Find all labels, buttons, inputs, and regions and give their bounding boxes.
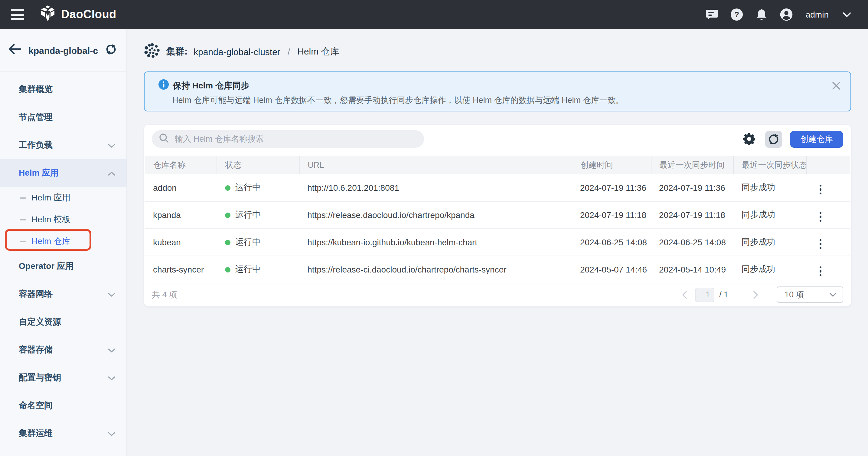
back-arrow-icon[interactable] bbox=[8, 44, 21, 56]
sidebar-divider bbox=[0, 72, 126, 72]
bell-icon[interactable] bbox=[755, 8, 768, 21]
kebab-menu-icon[interactable] bbox=[815, 264, 827, 279]
repo-table: 仓库名称状态URL创建时间最近一次同步时间最近一次同步状态 addon 运行中 … bbox=[145, 155, 850, 283]
sidebar-item-3[interactable]: Helm 应用 bbox=[0, 159, 126, 187]
page-input[interactable]: 1 bbox=[695, 287, 714, 302]
column-header-3: 创建时间 bbox=[572, 155, 651, 174]
close-icon[interactable] bbox=[831, 81, 841, 90]
user-menu-chevron-down-icon[interactable] bbox=[840, 8, 854, 21]
sidebar-item-13[interactable]: 集群运维 bbox=[0, 420, 126, 448]
sidebar-item-label: Helm 仓库 bbox=[31, 236, 70, 247]
toolbar: 创建仓库 bbox=[152, 130, 843, 148]
table-row[interactable]: kubean 运行中 https://kubean-io.github.io/k… bbox=[145, 229, 850, 256]
repo-created-time: 2024-06-25 14:08 bbox=[580, 237, 647, 247]
repo-created-time: 2024-07-19 11:36 bbox=[580, 183, 646, 193]
table-footer: 共 4 项 1 / 1 10 项 bbox=[152, 283, 843, 306]
repo-card: 创建仓库 仓库名称状态URL创建时间最近一次同步时间最近一次同步状态 addon… bbox=[144, 125, 851, 307]
switch-cluster-icon[interactable] bbox=[105, 44, 117, 57]
sidebar-item-label: 配置与密钥 bbox=[19, 372, 61, 383]
repo-url: http://10.6.201.201:8081 bbox=[307, 183, 399, 193]
column-header-1: 状态 bbox=[217, 155, 300, 174]
sidebar-item-9[interactable]: 自定义资源 bbox=[0, 308, 126, 336]
breadcrumb: 集群: kpanda-global-cluster / Helm 仓库 bbox=[144, 41, 868, 62]
create-repo-button[interactable]: 创建仓库 bbox=[790, 131, 843, 147]
sidebar-item-5[interactable]: Helm 模板 bbox=[0, 209, 126, 231]
sidebar-item-12[interactable]: 命名空间 bbox=[0, 392, 126, 420]
sidebar-item-2[interactable]: 工作负载 bbox=[0, 132, 126, 159]
next-page-icon[interactable] bbox=[750, 289, 761, 300]
brand-name: DaoCloud bbox=[61, 8, 117, 21]
search-input[interactable] bbox=[174, 134, 417, 144]
subitem-dash-icon bbox=[20, 197, 26, 199]
chevron-down-icon bbox=[108, 373, 116, 383]
refresh-icon[interactable] bbox=[765, 131, 782, 147]
sidebar-item-6[interactable]: Helm 仓库 bbox=[0, 231, 126, 253]
repo-status: 运行中 bbox=[235, 182, 261, 193]
cluster-dots-icon bbox=[144, 42, 160, 61]
repo-last-sync-time: 2024-06-25 14:08 bbox=[659, 237, 726, 247]
page-total: / 1 bbox=[719, 290, 728, 299]
table-row[interactable]: charts-syncer 运行中 https://release-ci.dao… bbox=[145, 256, 850, 283]
info-icon bbox=[158, 79, 169, 92]
repo-last-sync-time: 2024-05-14 10:49 bbox=[659, 265, 726, 274]
brand[interactable]: DaoCloud bbox=[40, 5, 117, 24]
chevron-down-icon bbox=[108, 289, 116, 299]
kebab-menu-icon[interactable] bbox=[815, 209, 827, 224]
page-size-select[interactable]: 10 项 bbox=[777, 286, 843, 303]
sidebar-item-10[interactable]: 容器存储 bbox=[0, 336, 126, 364]
kebab-menu-icon[interactable] bbox=[815, 182, 827, 197]
alert-title: 保持 Helm 仓库同步 bbox=[173, 80, 249, 91]
svg-text:?: ? bbox=[734, 10, 739, 19]
sidebar-item-8[interactable]: 容器网络 bbox=[0, 280, 126, 308]
status-dot-icon bbox=[225, 212, 230, 218]
sidebar-item-4[interactable]: Helm 应用 bbox=[0, 187, 126, 209]
prev-page-icon[interactable] bbox=[679, 289, 690, 300]
repo-sync-status: 同步成功 bbox=[742, 237, 775, 247]
search-icon bbox=[159, 133, 169, 145]
breadcrumb-cluster-link[interactable]: kpanda-global-cluster bbox=[193, 46, 280, 57]
sidebar-item-11[interactable]: 配置与密钥 bbox=[0, 364, 126, 392]
sidebar: kpanda-global-cl... 集群概览节点管理工作负载Helm 应用H… bbox=[0, 29, 127, 456]
repo-url: https://kubean-io.github.io/kubean-helm-… bbox=[307, 237, 477, 247]
sidebar-item-1[interactable]: 节点管理 bbox=[0, 104, 126, 132]
subitem-dash-icon bbox=[20, 241, 26, 242]
chevron-down-icon bbox=[108, 345, 116, 355]
sidebar-item-label: 集群概览 bbox=[19, 84, 53, 95]
chevron-up-icon bbox=[108, 168, 116, 178]
avatar[interactable] bbox=[780, 8, 793, 21]
sidebar-item-label: 容器网络 bbox=[19, 289, 53, 300]
sidebar-item-0[interactable]: 集群概览 bbox=[0, 76, 126, 104]
repo-sync-status: 同步成功 bbox=[742, 182, 775, 192]
chevron-down-icon bbox=[108, 429, 116, 438]
sidebar-item-label: 命名空间 bbox=[19, 400, 53, 411]
sidebar-header: kpanda-global-cl... bbox=[0, 29, 126, 72]
repo-last-sync-time: 2024-07-19 11:18 bbox=[659, 210, 725, 220]
hamburger-menu-icon[interactable] bbox=[11, 9, 25, 20]
sidebar-item-label: 自定义资源 bbox=[19, 317, 61, 327]
breadcrumb-separator: / bbox=[288, 46, 290, 57]
page-size-value: 10 项 bbox=[784, 289, 804, 300]
column-header-6 bbox=[807, 155, 850, 174]
repo-url: https://release-ci.daocloud.io/chartrepo… bbox=[307, 265, 506, 274]
sidebar-item-7[interactable]: Operator 应用 bbox=[0, 253, 126, 280]
main-content: 集群: kpanda-global-cluster / Helm 仓库 保持 H… bbox=[127, 29, 868, 456]
column-header-0: 仓库名称 bbox=[145, 155, 217, 174]
repo-status: 运行中 bbox=[235, 209, 261, 221]
chevron-down-icon bbox=[108, 141, 116, 150]
topbar: DaoCloud ? admin bbox=[0, 0, 868, 29]
kebab-menu-icon[interactable] bbox=[815, 236, 827, 251]
help-icon[interactable]: ? bbox=[730, 8, 743, 21]
repo-created-time: 2024-05-07 14:46 bbox=[580, 265, 647, 274]
search-box bbox=[152, 130, 424, 148]
table-row[interactable]: addon 运行中 http://10.6.201.201:8081 2024-… bbox=[145, 174, 850, 201]
sidebar-item-label: Operator 应用 bbox=[19, 261, 74, 272]
sidebar-item-label: 容器存储 bbox=[19, 345, 53, 355]
repo-last-sync-time: 2024-07-19 11:36 bbox=[659, 183, 725, 193]
sidebar-item-label: Helm 应用 bbox=[31, 193, 70, 203]
repo-status: 运行中 bbox=[235, 264, 261, 275]
sidebar-item-label: Helm 模板 bbox=[31, 215, 70, 225]
info-alert: 保持 Helm 仓库同步 Helm 仓库可能与远端 Helm 仓库数据不一致，您… bbox=[144, 72, 851, 111]
message-icon[interactable] bbox=[705, 8, 719, 21]
table-row[interactable]: kpanda 运行中 https://release.daocloud.io/c… bbox=[145, 201, 850, 229]
gear-icon[interactable] bbox=[740, 131, 757, 147]
